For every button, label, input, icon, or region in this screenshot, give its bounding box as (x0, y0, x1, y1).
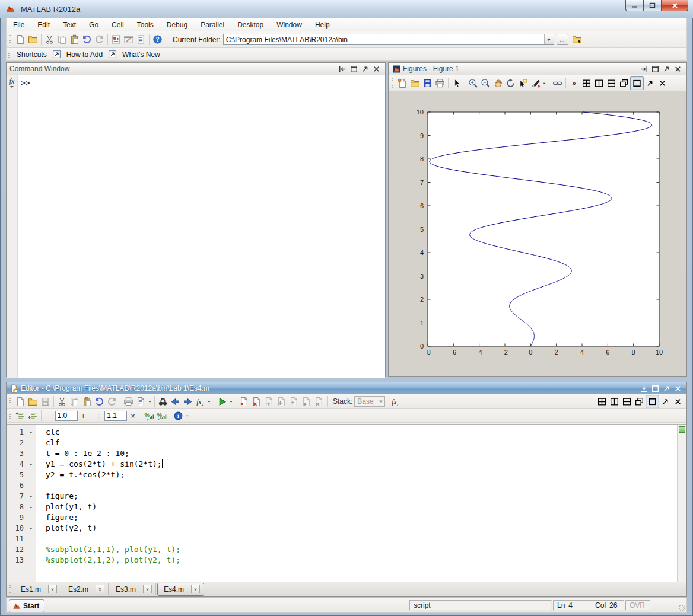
minimize-button[interactable] (625, 0, 643, 11)
paste-icon[interactable] (68, 33, 81, 46)
command-window-body[interactable]: fx >> (7, 75, 385, 378)
cursor-icon[interactable] (450, 77, 463, 90)
editor-tab-Es3-m[interactable]: Es3.mx (110, 583, 156, 595)
maximize-box-icon[interactable] (650, 384, 661, 394)
menu-item-window[interactable]: Window (270, 19, 309, 31)
fx-hint-icon[interactable]: fx (7, 77, 17, 86)
redo-icon[interactable] (106, 395, 118, 408)
publish-chart-2-icon[interactable]: % (155, 410, 168, 422)
breakpoints-clear-icon[interactable] (250, 395, 263, 408)
step-out-icon[interactable] (288, 395, 300, 408)
step-in-icon[interactable] (275, 395, 288, 408)
caret-down-icon[interactable] (228, 395, 234, 408)
current-folder-input[interactable] (224, 36, 544, 44)
editor-header[interactable]: Editor - C:\Program Files\MATLAB\R2012a\… (7, 382, 686, 394)
menu-item-cell[interactable]: Cell (105, 19, 131, 31)
function-hint-icon[interactable]: fx (389, 395, 402, 408)
undock-icon[interactable] (644, 77, 656, 90)
command-window-header[interactable]: Command Window (7, 63, 385, 75)
layout-float-icon[interactable] (633, 395, 646, 408)
link-plot-icon[interactable] (551, 77, 564, 90)
layout-single-icon[interactable] (630, 76, 644, 90)
zoom-out-icon[interactable] (479, 77, 492, 90)
function-hint-icon[interactable]: fx (194, 395, 206, 408)
pan-hand-icon[interactable] (492, 77, 504, 90)
cut-icon[interactable] (56, 395, 68, 408)
layout-float-icon[interactable] (618, 77, 630, 90)
continue-debug-icon[interactable] (300, 395, 313, 408)
overflow-chevron-icon[interactable]: » (568, 77, 580, 90)
shortcut-badge-icon[interactable] (50, 48, 63, 60)
figure-toolbar-grip[interactable] (392, 78, 393, 88)
new-figure-icon[interactable] (396, 77, 409, 90)
undock-icon[interactable] (661, 384, 672, 394)
undo-icon[interactable] (81, 33, 93, 46)
toolbar-grip[interactable] (9, 35, 11, 44)
undock-icon[interactable] (659, 395, 672, 408)
tab-close-icon[interactable]: x (191, 585, 200, 593)
guide-icon[interactable] (122, 33, 135, 46)
run-icon[interactable] (216, 395, 228, 408)
value-field-1[interactable] (55, 411, 78, 421)
analyzer-ok-indicator[interactable] (679, 426, 685, 433)
menu-item-desktop[interactable]: Desktop (231, 19, 270, 31)
print-preview-icon[interactable] (135, 395, 147, 408)
step-icon[interactable] (263, 395, 275, 408)
help-icon[interactable]: ? (151, 33, 164, 46)
new-document-icon[interactable] (14, 33, 27, 46)
find-icon[interactable] (157, 395, 169, 408)
dock-down-icon[interactable] (638, 384, 650, 394)
copy-icon[interactable] (68, 395, 81, 408)
publish-chart-1-icon[interactable]: % (143, 410, 155, 422)
close-x-icon[interactable] (371, 64, 382, 74)
brush-icon[interactable] (529, 77, 542, 90)
stack-combo[interactable]: Base (354, 396, 385, 407)
go-forward-icon[interactable] (182, 395, 194, 408)
shortcut-how-to-add[interactable]: How to Add (66, 50, 103, 59)
menu-item-tools[interactable]: Tools (131, 19, 160, 31)
layout-grid-icon[interactable] (580, 77, 593, 90)
copy-icon[interactable] (56, 33, 68, 46)
editor-toolbar-grip[interactable] (9, 397, 11, 406)
dock-right-icon[interactable] (638, 64, 650, 74)
undock-icon[interactable] (360, 64, 371, 74)
editor-tab-Es1-m[interactable]: Es1.mx (15, 583, 61, 595)
multiply-button[interactable]: × (127, 411, 139, 420)
current-folder-combo[interactable] (223, 34, 554, 45)
rotate-3d-icon[interactable] (504, 77, 517, 90)
layout-single-icon[interactable] (646, 395, 659, 408)
combo-dropdown-icon[interactable] (544, 34, 554, 44)
folder-up-icon[interactable] (571, 33, 583, 46)
maximize-box-icon[interactable] (650, 64, 661, 74)
caret-down-icon[interactable] (542, 77, 547, 90)
caret-down-icon[interactable] (147, 395, 152, 408)
go-back-icon[interactable] (169, 395, 182, 408)
increase-button[interactable]: + (78, 411, 90, 420)
close-x-icon[interactable] (672, 64, 684, 74)
shortcut-badge-icon[interactable] (106, 48, 119, 60)
data-cursor-icon[interactable] (517, 77, 529, 90)
layout-grid-icon[interactable] (596, 395, 608, 408)
info-block-icon[interactable]: i (172, 410, 185, 422)
menu-item-text[interactable]: Text (56, 19, 82, 31)
dock-left-icon[interactable] (337, 64, 348, 74)
redo-icon[interactable] (93, 33, 106, 46)
figure-canvas[interactable]: -8-6-4-20246810012345678910 (389, 91, 686, 376)
cell-toolbar-grip[interactable] (9, 411, 11, 420)
undo-icon[interactable] (93, 395, 106, 408)
shortcut-whats-new[interactable]: What's New (122, 50, 160, 59)
code-editor-area[interactable]: 1-clc2-clf3-t = 0 : 1e-2 : 10;4-y1 = cos… (7, 424, 686, 582)
figures-header[interactable]: Figures - Figure 1 (389, 63, 686, 75)
layout-hsplit-icon[interactable] (621, 395, 633, 408)
print-icon[interactable] (434, 77, 446, 90)
maximize-box-icon[interactable] (348, 64, 360, 74)
decrease-button[interactable]: − (43, 411, 55, 420)
window-titlebar[interactable]: MATLAB R2012a (0, 0, 693, 18)
print-icon[interactable] (122, 395, 135, 408)
menu-item-file[interactable]: File (7, 19, 31, 31)
editor-tab-Es4-m[interactable]: Es4.mx (157, 583, 204, 596)
open-folder-icon[interactable] (409, 77, 421, 90)
open-folder-icon[interactable] (27, 395, 39, 408)
value-field-2[interactable] (104, 411, 127, 421)
tab-close-icon[interactable]: x (48, 585, 57, 593)
